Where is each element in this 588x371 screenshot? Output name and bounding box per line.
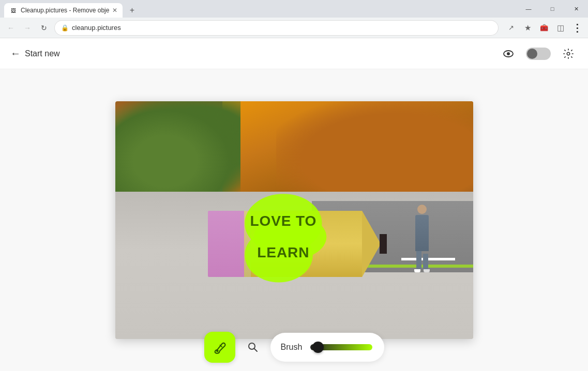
- tree-left: [115, 101, 240, 201]
- browser-titlebar: 🖼 Cleanup.pictures - Remove obje ✕ + — □…: [0, 0, 588, 18]
- preview-button[interactable]: [499, 44, 518, 63]
- browser-window: 🖼 Cleanup.pictures - Remove obje ✕ + — □…: [0, 0, 588, 371]
- active-tab[interactable]: 🖼 Cleanup.pictures - Remove obje ✕: [4, 3, 123, 18]
- gear-icon: [563, 48, 574, 59]
- forward-button[interactable]: →: [20, 20, 35, 36]
- start-new-label: Start new: [25, 49, 60, 58]
- address-bar[interactable]: 🔒 cleanup.pictures: [55, 21, 498, 35]
- person-leg-left: [416, 251, 421, 269]
- minimize-button[interactable]: —: [517, 0, 540, 18]
- brush-slider[interactable]: [310, 344, 372, 350]
- back-arrow-icon: ←: [10, 48, 21, 59]
- navigation-bar: ← → ↻ 🔒 cleanup.pictures ↗ ★ 🧰 ◫ ⋮: [0, 18, 588, 38]
- lock-icon: 🔒: [61, 24, 69, 32]
- person-legs: [416, 251, 428, 269]
- pencil-lead: [380, 234, 387, 254]
- dark-mode-toggle[interactable]: [526, 48, 551, 60]
- close-button[interactable]: ✕: [564, 0, 588, 18]
- person-shoe-right: [424, 269, 430, 272]
- header-right-controls: [499, 44, 578, 63]
- new-tab-button[interactable]: +: [125, 3, 139, 18]
- svg-text:LOVE TO: LOVE TO: [250, 212, 316, 228]
- tab-favicon: 🖼: [9, 6, 18, 14]
- brush-icon: [213, 340, 227, 354]
- bookmark-button[interactable]: ★: [520, 20, 535, 36]
- toggle-knob: [527, 49, 537, 59]
- maximize-button[interactable]: □: [540, 0, 564, 18]
- eye-icon: [502, 48, 515, 60]
- share-button[interactable]: ↗: [503, 20, 519, 36]
- svg-point-8: [216, 350, 219, 352]
- chrome-menu-button[interactable]: ⋮: [569, 20, 585, 36]
- brush-blob-svg: LOVE TO LEARN: [233, 187, 334, 287]
- tab-close-icon[interactable]: ✕: [112, 7, 117, 14]
- person-figure: [414, 205, 430, 272]
- start-new-button[interactable]: ← Start new: [10, 48, 60, 59]
- tab-title: Cleanup.pictures - Remove obje: [21, 7, 109, 14]
- app-header: ← Start new: [0, 38, 588, 69]
- pencil-tip: [362, 211, 387, 277]
- tab-bar: 🖼 Cleanup.pictures - Remove obje ✕ +: [0, 0, 517, 18]
- reload-button[interactable]: ↻: [36, 20, 52, 36]
- person-leg-right: [423, 254, 428, 269]
- brush-label: Brush: [281, 343, 303, 352]
- svg-line-10: [254, 349, 257, 352]
- person-feet: [414, 269, 430, 272]
- person-head: [417, 205, 427, 214]
- back-button[interactable]: ←: [3, 20, 19, 36]
- svg-text:LEARN: LEARN: [257, 244, 309, 260]
- sidebar-button[interactable]: ◫: [553, 20, 568, 36]
- brush-tool-button[interactable]: [204, 332, 235, 363]
- extensions-button[interactable]: 🧰: [536, 20, 552, 36]
- svg-point-2: [567, 52, 570, 55]
- window-controls: — □ ✕: [517, 0, 588, 18]
- brush-stroke-overlay: LOVE TO LEARN: [233, 187, 334, 287]
- search-tool-button[interactable]: [242, 336, 264, 359]
- url-text: cleanup.pictures: [72, 24, 121, 32]
- canvas-area[interactable]: LOVE TO LEARN: [0, 69, 588, 371]
- settings-button[interactable]: [559, 44, 578, 63]
- browser-action-buttons: ↗ ★ 🧰 ◫ ⋮: [503, 20, 585, 36]
- brush-slider-thumb[interactable]: [312, 342, 324, 353]
- person-shoe-left: [414, 269, 420, 272]
- svg-point-1: [507, 52, 510, 55]
- photo-background: LOVE TO LEARN: [115, 101, 473, 339]
- bottom-toolbar: Brush: [204, 332, 384, 363]
- brush-size-control: Brush: [270, 333, 384, 362]
- search-icon: [247, 341, 259, 353]
- photo-canvas[interactable]: LOVE TO LEARN: [115, 101, 473, 339]
- person-torso: [415, 215, 429, 251]
